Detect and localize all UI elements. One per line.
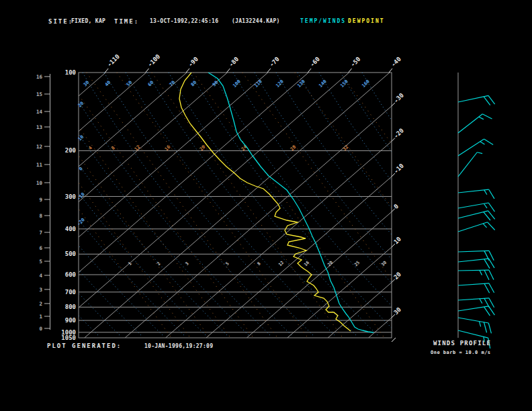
wind-barb-full [484, 322, 486, 332]
isotherm-right-label: -30 [392, 92, 405, 105]
dry-adiabat-curve [0, 73, 142, 336]
moist-adiabat-label: 8 [110, 145, 116, 151]
wind-barb-scale-note: One barb = 10.0 m/s [431, 350, 491, 355]
dry-adiabat-curve [61, 73, 271, 336]
plot-generated-label: PLOT GENERATED: [47, 342, 122, 349]
height-label: 8 [39, 213, 42, 219]
wind-barb-half [477, 152, 482, 154]
wind-barb [458, 211, 495, 220]
wind-barb-full [484, 283, 490, 293]
isotherm-line [166, 73, 471, 338]
isotherm-top-label: -110 [106, 53, 121, 68]
mixing-ratio-label: 5 [224, 261, 230, 266]
wind-barb-full [484, 307, 490, 316]
pressure-label: 400 [65, 226, 76, 232]
isotherm-right-label: 20 [392, 271, 402, 281]
isotherm-line [206, 73, 511, 338]
isotherm-top-label: -70 [268, 56, 281, 68]
isotherm-top-label: -80 [228, 56, 240, 68]
plot-border [79, 73, 392, 338]
height-label: 9 [39, 197, 42, 203]
wind-barb-full [484, 270, 489, 279]
dry-adiabat-label: 130 [296, 79, 306, 89]
wind-barb-full [489, 283, 494, 293]
isotherm-right-tick [392, 103, 395, 106]
wind-barb-half [484, 190, 487, 195]
height-label: 7 [39, 230, 42, 236]
wind-barb [458, 189, 494, 199]
dry-adiabat-label: 100 [232, 79, 242, 89]
dry-adiabat-label: 30 [83, 80, 91, 88]
dry-adiabat-label: 50 [126, 80, 134, 88]
isotherm-line [0, 73, 227, 338]
dry-adiabat-curve [233, 73, 443, 336]
wind-barb-full [488, 222, 495, 230]
isotherm-top-tick [105, 68, 108, 73]
plot-generated-value: 10-JAN-1996,19:27:09 [144, 343, 213, 349]
wind-barb-half [480, 322, 481, 327]
isotherm-top-tick [226, 68, 230, 73]
mixing-ratio-label: 1 [127, 261, 132, 266]
isotherm-top-label: -100 [146, 53, 161, 68]
wind-barb-half [480, 299, 482, 304]
isotherm-right-tick [392, 279, 395, 283]
temperature-curve [208, 73, 373, 332]
dry-adiabat-layer [0, 73, 532, 336]
mixing-ratio-label: 3 [184, 261, 189, 266]
wind-barb-layer [458, 73, 495, 349]
moist-adiabat-line [242, 73, 433, 338]
isotherm-right-label: 10 [392, 236, 402, 246]
height-label: 13 [36, 124, 43, 130]
isotherm-line [0, 73, 187, 338]
height-label: 3 [39, 287, 42, 293]
mixing-ratio-label: 8 [256, 261, 261, 266]
dry-adiabat-label: 160 [361, 79, 371, 89]
isotherm-right-tick [392, 208, 395, 212]
mixing-ratio-label: 30 [380, 260, 388, 267]
height-label: 16 [36, 74, 43, 80]
isotherm-top-tick [389, 68, 392, 73]
wind-barb-half [480, 270, 482, 275]
moist-adiabat-line [62, 73, 253, 338]
wind-barb-half [483, 224, 486, 228]
wind-barb-half [480, 142, 485, 144]
wind-barb [458, 114, 492, 133]
wind-barb-half [484, 203, 487, 208]
isotherm-corner-tick [392, 338, 396, 342]
dry-adiabat-curve [104, 73, 314, 336]
pressure-label: 100 [65, 69, 76, 76]
wind-barb [458, 318, 491, 333]
pressure-label: 500 [65, 250, 76, 257]
dry-adiabat-label: 120 [275, 79, 285, 89]
wind-barb-staff [458, 152, 477, 177]
isotherm-right-tick [392, 314, 395, 318]
wind-barb-half [479, 117, 484, 120]
wind-barb-full [489, 298, 494, 308]
dry-adiabat-curve [40, 73, 249, 336]
isotherm-top-label: -90 [187, 56, 200, 68]
height-label: 10 [36, 180, 43, 186]
isotherm-top-tick [349, 68, 352, 73]
dry-adiabat-curve [18, 73, 228, 336]
wind-barb-full [482, 114, 492, 119]
moist-adiabat-line [117, 73, 308, 338]
mixing-ratio-label: 2 [156, 261, 161, 266]
height-label: 14 [36, 109, 43, 115]
isotherm-top-tick [267, 68, 271, 73]
isotherm-line [0, 73, 146, 338]
moist-adiabat-line [341, 73, 531, 338]
wind-barb-full [489, 189, 494, 199]
moist-adiabat-line [0, 73, 171, 338]
wind-barb-full [488, 211, 495, 219]
isotherm-right-label: 0 [392, 203, 400, 210]
dry-adiabat-left-label: -10 [76, 191, 86, 201]
isotherm-line [85, 73, 390, 338]
isotherm-right-label: 30 [392, 306, 402, 316]
label-layer: 1002003004005006007008009001000105016151… [36, 53, 405, 342]
dry-adiabat-curve [255, 73, 464, 336]
isotherm-top-label: -50 [349, 56, 362, 68]
isotherm-top-label: -40 [390, 56, 402, 68]
pressure-label: 200 [65, 147, 76, 154]
height-label: 2 [39, 301, 42, 307]
wind-barb [458, 270, 494, 280]
